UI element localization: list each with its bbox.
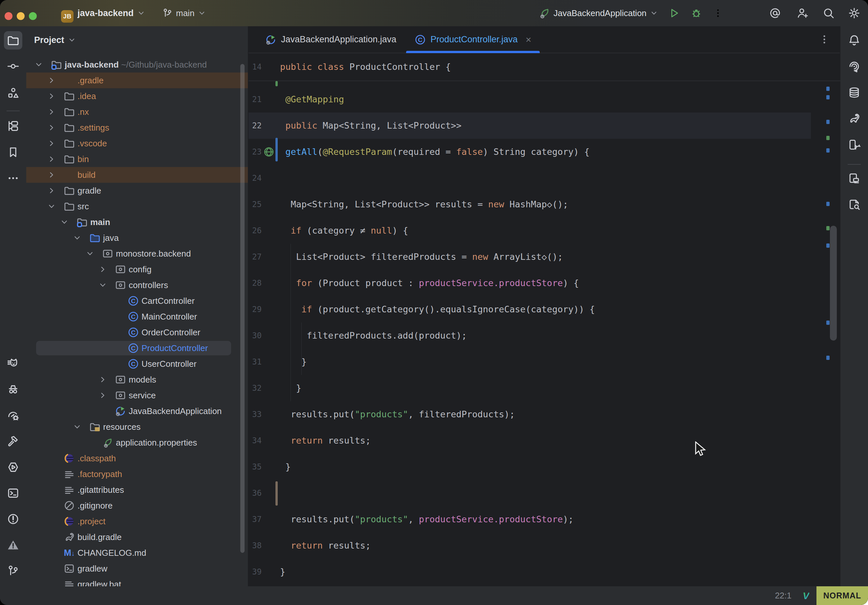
tool-button-build[interactable] [4,432,22,450]
tool-button-warnings[interactable] [4,536,22,554]
code-line-31[interactable]: 31 } [248,349,811,375]
chevron-right-icon[interactable] [47,186,56,195]
tree-item-monostore-backend[interactable]: monostore.backend [26,246,248,261]
tree-item--classpath[interactable]: .classpath [26,450,248,466]
tree-item-cartcontroller[interactable]: CCartController [26,293,248,309]
settings-button[interactable] [848,7,860,19]
ai-assistant-button[interactable] [769,7,781,19]
chevron-right-icon[interactable] [98,391,107,400]
editor-scrollbar[interactable] [830,226,837,340]
code-line-35[interactable]: 35 } [248,454,811,480]
tree-item--idea[interactable]: .idea [26,88,248,104]
tool-button-ignore-detective[interactable] [4,380,22,399]
code-line-39[interactable]: 39} [248,559,811,585]
code-line-30[interactable]: 30 filteredProducts.add(product); [248,322,811,349]
tool-button-notifications[interactable] [845,31,863,50]
chevron-down-icon[interactable] [60,218,69,227]
chevron-right-icon[interactable] [47,139,56,148]
chevron-right-icon[interactable] [47,91,56,101]
branch-menu[interactable]: main [162,0,206,26]
tree-item-ordercontroller[interactable]: COrderController [26,325,248,340]
tree-item-bin[interactable]: bin [26,151,248,167]
stripe-mark-changed[interactable] [826,356,829,360]
tab-options-icon[interactable] [819,34,831,46]
project-menu[interactable]: java-backend [78,0,146,26]
tree-item-build[interactable]: build [26,167,248,183]
tool-button-problems[interactable] [4,510,22,528]
tree-item-config[interactable]: config [26,261,248,277]
tree-item-productcontroller[interactable]: CProductController [26,340,248,356]
tool-button-more-tool-windows[interactable] [4,169,22,187]
stripe-mark-changed[interactable] [826,95,829,99]
tool-button-project[interactable] [4,31,22,50]
tool-button-structure[interactable] [4,84,22,102]
run-button[interactable] [668,7,680,19]
chevron-right-icon[interactable] [47,123,56,132]
tree-item-usercontroller[interactable]: CUserController [26,356,248,372]
project-view-mode-select[interactable]: Project [34,32,76,48]
chevron-right-icon[interactable] [47,155,56,164]
project-avatar[interactable]: JB [61,10,74,23]
debug-button[interactable] [690,7,702,19]
vcs-change-marker-changed[interactable] [276,138,278,161]
tool-button-version-control[interactable] [4,562,22,580]
tree-item-gradlew-bat[interactable]: gradlew.bat [26,576,248,586]
code-line-26[interactable]: 26 if (category ≠ null) { [248,218,811,244]
tree-item--settings[interactable]: .settings [26,120,248,136]
tree-item-build-gradle[interactable]: build.gradle [26,529,248,545]
chevron-down-icon[interactable] [98,280,107,290]
tool-button-gradle[interactable] [845,109,863,128]
vcs-change-marker-whitespace[interactable] [276,481,278,506]
tree-item-main[interactable]: main [26,214,248,230]
chevron-down-icon[interactable] [73,233,82,243]
code-line-23[interactable]: 23 getAll(@RequestParam(required = false… [248,139,811,165]
minimize-window-button[interactable] [17,12,25,20]
tree-item--factorypath[interactable]: .factorypath [26,466,248,482]
code-line-25[interactable]: 25 Map<String, List<Product>> results = … [248,191,811,218]
tree-item-gradle[interactable]: gradle [26,183,248,198]
tool-button-profiler[interactable] [4,406,22,424]
tree-item--vscode[interactable]: .vscode [26,136,248,151]
tool-button-find-in-file[interactable] [845,195,863,214]
code-line-21[interactable]: 21 @GetMapping [248,86,811,113]
tree-item-src[interactable]: src [26,198,248,214]
tree-item-application-properties[interactable]: application.properties [26,435,248,450]
tool-button-terminal[interactable] [4,484,22,502]
tool-button-ai-assistant[interactable] [845,57,863,76]
tree-item-java-backend[interactable]: java-backend ~/Github/java-backend [26,57,248,73]
tool-button-services[interactable] [4,458,22,477]
tool-button-dependencies[interactable] [4,117,22,135]
more-run-actions-button[interactable] [712,7,724,19]
code-with-me-button[interactable] [797,7,809,19]
chevron-right-icon[interactable] [98,265,107,274]
tree-item-service[interactable]: service [26,387,248,403]
editor-tab-productcontroller-java[interactable]: CProductController.java× [405,26,540,53]
tree-item-maincontroller[interactable]: CMainController [26,309,248,325]
tool-button-running-devices[interactable] [845,136,863,154]
chevron-down-icon[interactable] [85,249,95,258]
code-line-24[interactable]: 24 [248,165,811,191]
close-window-button[interactable] [5,12,12,20]
stripe-mark-added[interactable] [826,226,829,230]
code-line[interactable]: public class ProductController { [280,53,451,81]
tree-item--nx[interactable]: .nx [26,104,248,120]
tree-item-java[interactable]: java [26,230,248,246]
run-configuration-select[interactable]: JavaBackendApplication [538,0,658,26]
sticky-line-class-header[interactable]: 14public class ProductController { [248,53,840,81]
code-line-29[interactable]: 29 if (product.getCategory().equalsIgnor… [248,296,811,322]
tree-item-gradlew[interactable]: gradlew [26,561,248,576]
code-line-38[interactable]: 38 return results; [248,532,811,559]
zoom-window-button[interactable] [29,12,37,20]
code-line-33[interactable]: 33 results.put("products", filteredProdu… [248,401,811,427]
ideavim-icon[interactable]: V [803,590,809,601]
tool-button-database[interactable] [845,84,863,102]
code-line-34[interactable]: 34 return results; [248,427,811,454]
tree-item-controllers[interactable]: controllers [26,277,248,293]
search-everywhere-button[interactable] [823,7,834,19]
tool-button-layout-panels[interactable] [845,169,863,187]
code-line-36[interactable]: 36 [248,480,811,506]
tree-item--gitignore[interactable]: .gitignore [26,498,248,514]
stripe-mark-changed[interactable] [826,320,829,325]
vcs-change-marker-added[interactable] [276,81,278,86]
chevron-right-icon[interactable] [47,170,56,179]
